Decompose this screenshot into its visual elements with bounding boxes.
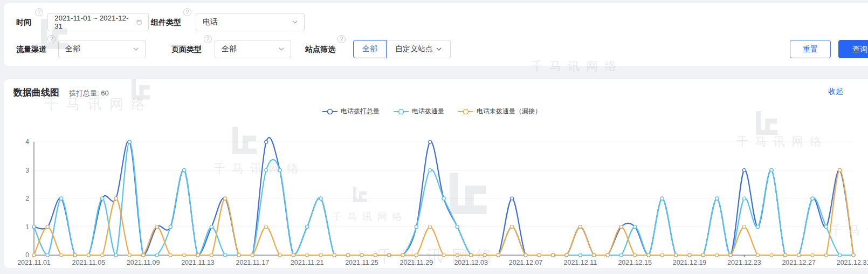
legend-label: 电话拨打总量: [341, 107, 380, 116]
chevron-down-icon: [279, 46, 284, 52]
component-type-value: 电话: [203, 17, 292, 27]
svg-text:2021.11.05: 2021.11.05: [72, 259, 106, 266]
site-tab-custom-label: 自定义站点: [395, 44, 433, 54]
site-filter-label: 站点筛选: [305, 40, 335, 58]
page-type-help-icon[interactable]: ?: [204, 35, 212, 43]
calendar-icon: [136, 19, 142, 25]
svg-text:2021.12.31: 2021.12.31: [837, 259, 868, 266]
date-range-input[interactable]: 2021-11-01 ~ 2021-12-31: [47, 13, 149, 31]
chevron-down-icon: [133, 46, 139, 52]
svg-text:2021.11.25: 2021.11.25: [345, 259, 378, 266]
component-type-select[interactable]: 电话: [196, 13, 305, 31]
svg-text:2021.11.09: 2021.11.09: [127, 259, 160, 266]
svg-text:2021.11.29: 2021.11.29: [400, 259, 433, 266]
svg-text:2021.11.17: 2021.11.17: [236, 259, 270, 266]
chart-subtitle: 拨打总量: 60: [69, 88, 109, 98]
legend-item-connected[interactable]: 电话拨通量: [394, 107, 444, 116]
svg-text:2021.12.15: 2021.12.15: [618, 259, 652, 266]
chart-legend: 电话拨打总量 电话拨通量 电话未拨通量（漏接）: [0, 107, 864, 116]
page-type-select[interactable]: 全部: [215, 40, 291, 58]
legend-item-missed[interactable]: 电话未拨通量（漏接）: [458, 107, 541, 116]
svg-text:3: 3: [25, 167, 29, 174]
site-filter-tabs: 全部 自定义站点: [353, 40, 451, 58]
component-type-label: 组件类型: [151, 13, 181, 31]
filter-panel: 时间 ? 2021-11-01 ~ 2021-12-31 组件类型 ? 电话 流…: [4, 3, 868, 66]
site-tab-custom[interactable]: 自定义站点: [387, 40, 451, 58]
svg-text:2021.12.23: 2021.12.23: [727, 259, 761, 266]
collapse-link[interactable]: 收起: [828, 87, 843, 97]
svg-text:2021.12.19: 2021.12.19: [673, 259, 707, 266]
site-filter-help-icon[interactable]: ?: [337, 35, 346, 43]
chevron-down-icon: [436, 46, 442, 52]
svg-text:0: 0: [25, 251, 29, 259]
traffic-channel-label: 流量渠道: [16, 40, 46, 58]
chevron-down-icon: [292, 19, 298, 25]
page-type-value: 全部: [222, 44, 279, 54]
legend-label: 电话拨通量: [412, 107, 444, 116]
svg-text:2021.11.01: 2021.11.01: [17, 259, 51, 266]
legend-marker-icon: [458, 108, 473, 115]
page-type-label: 页面类型: [171, 40, 202, 58]
component-type-help-icon[interactable]: ?: [183, 8, 191, 16]
svg-text:2: 2: [25, 195, 29, 202]
svg-text:2021.12.11: 2021.12.11: [564, 259, 597, 266]
time-label: 时间: [16, 13, 31, 31]
reset-button[interactable]: 重置: [790, 40, 831, 58]
chart-title: 数据曲线图: [13, 86, 59, 99]
svg-text:2021.11.13: 2021.11.13: [181, 259, 215, 266]
legend-item-total[interactable]: 电话拨打总量: [322, 107, 380, 116]
svg-text:2021.12.27: 2021.12.27: [782, 259, 816, 266]
legend-marker-icon: [394, 108, 409, 115]
svg-text:1: 1: [25, 223, 29, 231]
time-help-icon[interactable]: ?: [35, 8, 43, 16]
svg-text:4: 4: [25, 138, 29, 146]
svg-text:2021.12.03: 2021.12.03: [454, 259, 488, 266]
site-tab-all[interactable]: 全部: [353, 40, 387, 58]
svg-text:2021.12.07: 2021.12.07: [509, 259, 543, 266]
query-button[interactable]: 查询: [838, 40, 868, 58]
traffic-channel-select[interactable]: 全部: [58, 40, 146, 58]
svg-text:2021.11.21: 2021.11.21: [291, 259, 324, 266]
date-range-value: 2021-11-01 ~ 2021-12-31: [54, 14, 136, 30]
legend-label: 电话未拨通量（漏接）: [477, 107, 541, 116]
traffic-channel-help-icon[interactable]: ?: [47, 35, 56, 43]
legend-marker-icon: [322, 108, 337, 115]
traffic-channel-value: 全部: [65, 44, 133, 54]
